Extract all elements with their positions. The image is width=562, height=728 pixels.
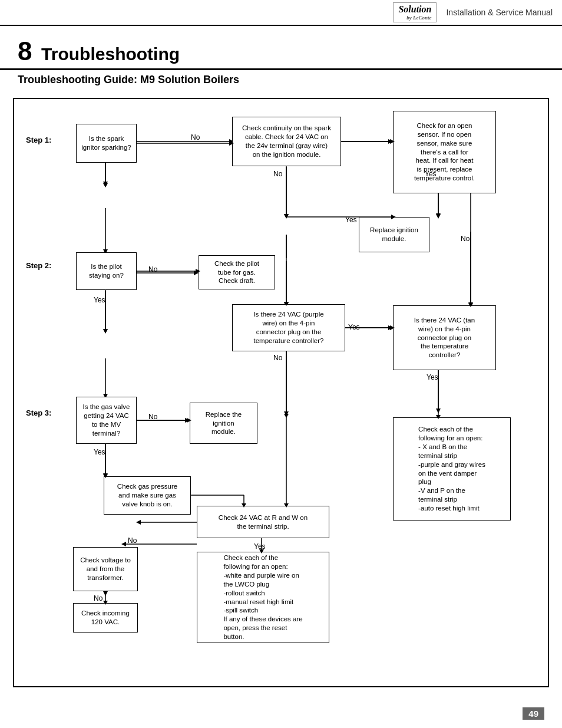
svg-marker-20: [388, 325, 393, 330]
manual-title: Installation & Service Manual: [446, 8, 553, 17]
flowchart: Step 1: Step 2: Step 3: Is the spark ign…: [13, 98, 549, 687]
check-voltage-box: Check voltage to and from the transforme…: [73, 547, 138, 591]
no-label-2: No: [273, 170, 282, 178]
svg-marker-31: [121, 542, 126, 546]
section-title: Troubleshooting Guide: M9 Solution Boile…: [0, 70, 562, 92]
yes-label-1: Yes: [425, 170, 437, 178]
check-open-sensor-box: Check for an open sensor. If no open sen…: [393, 111, 496, 193]
svg-marker-56: [103, 329, 108, 333]
svg-marker-35: [103, 591, 108, 596]
check-each-open-box: Check each of the following for an open:…: [197, 552, 329, 643]
replace-ignition-2-box: Replace the ignition module.: [190, 403, 257, 444]
step3-label: Step 3:: [26, 409, 51, 417]
page-title-area: 8 Troubleshooting: [0, 26, 562, 70]
yes-label-2: Yes: [345, 216, 357, 224]
step2-label: Step 2:: [26, 261, 51, 270]
no-label-3: No: [148, 265, 157, 274]
check-gas-pressure-box: Check gas pressure and make sure gas val…: [104, 476, 191, 515]
no-label-6: No: [128, 536, 137, 545]
pilot-staying-box: Is the pilot staying on?: [76, 252, 137, 290]
svg-marker-1: [103, 182, 108, 186]
yes-label-7: Yes: [254, 542, 266, 551]
check-pilot-tube-box: Check the pilot tube for gas. Check draf…: [199, 255, 275, 289]
svg-marker-14: [194, 271, 199, 275]
svg-marker-77: [136, 520, 141, 525]
svg-marker-16: [103, 329, 108, 334]
svg-marker-37: [436, 409, 441, 413]
main-content: Step 1: Step 2: Step 3: Is the spark ign…: [0, 92, 562, 699]
yes-label-6: Yes: [427, 373, 438, 381]
step1-label: Step 1:: [26, 136, 51, 144]
vac-tan-box: Is there 24 VAC (tan wire) on the 4-pin …: [393, 305, 496, 370]
svg-marker-22: [284, 411, 289, 416]
svg-marker-7: [284, 214, 289, 219]
svg-marker-10: [436, 214, 441, 219]
page-number: 49: [523, 707, 544, 720]
chapter-title: Troubleshooting: [41, 44, 180, 64]
spark-ignitor-box: Is the spark ignitor sparking?: [76, 124, 137, 163]
brand-logo: Solution by LeConte: [393, 2, 437, 22]
chapter-number: 8: [18, 37, 32, 65]
check-each-open-right-box: Check each of the following for an open:…: [393, 417, 511, 521]
svg-marker-41: [103, 183, 108, 187]
svg-marker-26: [185, 418, 190, 423]
svg-marker-5: [388, 139, 393, 144]
no-label-4: No: [273, 354, 282, 362]
no-label-7: No: [94, 594, 103, 602]
check-24vac-rw-box: Check 24 VAC at R and W on the terminal …: [197, 506, 329, 538]
svg-marker-52: [436, 213, 441, 218]
page-footer: 49: [523, 707, 544, 720]
gas-valve-box: Is the gas valve getting 24 VAC to the M…: [76, 397, 137, 444]
replace-ignition-1-box: Replace ignition module.: [359, 217, 429, 252]
vac-purple-box: Is there 24 VAC (purple wire) on the 4-p…: [232, 304, 345, 351]
svg-marker-47: [284, 214, 289, 218]
yes-label-3: Yes: [94, 296, 105, 304]
no-label-1: No: [191, 133, 200, 141]
svg-marker-64: [284, 414, 289, 418]
check-incoming-box: Check incoming 120 VAC.: [73, 603, 138, 633]
check-continuity-box: Check continuity on the spark cable. Che…: [232, 117, 341, 166]
yes-label-4: Yes: [348, 323, 360, 331]
no-label-right: No: [461, 235, 470, 243]
page-header: Solution by LeConte Installation & Servi…: [0, 0, 562, 26]
yes-label-5: Yes: [94, 448, 105, 456]
no-label-5: No: [148, 413, 157, 421]
